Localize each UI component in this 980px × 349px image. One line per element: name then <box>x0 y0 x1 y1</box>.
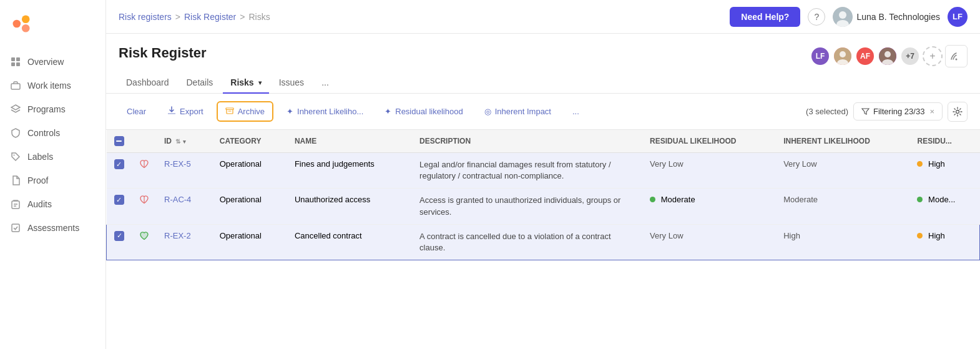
export-button[interactable]: Export <box>159 102 212 121</box>
row2-checkbox[interactable] <box>114 195 124 205</box>
filter-button[interactable]: Filtering 23/33 × <box>853 102 943 120</box>
help-icon[interactable]: ? <box>808 8 825 26</box>
row3-fav-cell[interactable] <box>132 224 157 260</box>
row3-category: Operational <box>212 224 287 260</box>
avatar-lf[interactable]: LF <box>810 46 830 66</box>
sidebar-item-work-items-label: Work items <box>27 81 71 91</box>
breadcrumb-sep1: > <box>175 12 180 22</box>
row1-residual-impact: High <box>909 153 979 189</box>
svg-rect-9 <box>12 201 19 209</box>
tab-dashboard[interactable]: Dashboard <box>119 72 177 94</box>
row2-id[interactable]: R-AC-4 <box>157 189 212 224</box>
tab-details[interactable]: Details <box>179 72 221 94</box>
user-initial[interactable]: LF <box>948 7 968 27</box>
inherent-impact-button[interactable]: ◎ Inherent Impact <box>476 102 559 120</box>
header-checkbox[interactable] <box>114 136 124 146</box>
sidebar-item-overview[interactable]: Overview <box>0 50 105 74</box>
table-row: R-EX-5 Operational Fines and judgements … <box>107 153 980 189</box>
clipboard-icon <box>10 199 21 210</box>
sidebar-item-assessments[interactable]: Assessments <box>0 216 105 240</box>
svg-point-15 <box>840 51 846 57</box>
heart-green-icon <box>139 233 149 243</box>
avatar-photo2[interactable] <box>878 46 898 66</box>
tab-risks[interactable]: Risks ▾ <box>223 72 268 94</box>
risk-table: ID ⇅ ▾ CATEGORY NAME DESCRIPTION RESIDUA… <box>106 130 980 349</box>
sidebar-item-controls[interactable]: Controls <box>0 121 105 145</box>
avatar-more[interactable]: +7 <box>900 46 920 66</box>
svg-point-0 <box>13 20 21 28</box>
table-row: R-AC-4 Operational Unauthorized access A… <box>107 189 980 224</box>
row1-fav-cell[interactable] <box>132 153 157 189</box>
row2-fav-cell[interactable] <box>132 189 157 224</box>
row2-checkbox-cell[interactable] <box>107 189 132 224</box>
chevron-down-icon: ▾ <box>258 79 262 86</box>
svg-rect-7 <box>11 84 20 89</box>
col-header-checkbox[interactable] <box>107 130 132 153</box>
sidebar-item-audits[interactable]: Audits <box>0 192 105 216</box>
topbar: Risk registers > Risk Register > Risks N… <box>106 0 980 34</box>
sidebar-item-work-items[interactable]: Work items <box>0 74 105 97</box>
signal-button[interactable] <box>945 45 968 67</box>
svg-point-1 <box>22 16 30 24</box>
app-logo <box>0 6 105 50</box>
tab-issues[interactable]: Issues <box>272 72 311 94</box>
sidebar-item-audits-label: Audits <box>27 199 52 209</box>
sidebar-item-labels[interactable]: Labels <box>0 145 105 169</box>
row2-residual-impact: Mode... <box>909 189 979 224</box>
settings-button[interactable] <box>948 102 968 122</box>
breadcrumb-risk-register[interactable]: Risk Register <box>184 12 236 22</box>
topbar-actions: Need Help? ? Luna B. Technologies LF <box>730 7 968 27</box>
tabs: Dashboard Details Risks ▾ Issues ... <box>106 67 980 94</box>
heart-broken-icon2 <box>139 197 149 207</box>
svg-point-22 <box>956 110 959 113</box>
tab-more[interactable]: ... <box>314 72 336 94</box>
row1-id[interactable]: R-EX-5 <box>157 153 212 189</box>
sidebar-item-proof[interactable]: Proof <box>0 169 105 192</box>
breadcrumb-risk-registers[interactable]: Risk registers <box>119 12 172 22</box>
row1-checkbox[interactable] <box>114 159 124 169</box>
avatar-af[interactable]: AF <box>855 46 875 66</box>
row1-description: Legal and/or financial damages result fr… <box>412 153 642 189</box>
sparkle-icon1: ✦ <box>287 107 293 116</box>
row1-name: Fines and judgements <box>287 153 412 189</box>
svg-rect-10 <box>12 224 19 232</box>
svg-point-2 <box>22 24 30 32</box>
file-icon <box>10 175 21 186</box>
row3-checkbox-cell[interactable] <box>107 224 132 260</box>
residual-likelihood-button[interactable]: ✦ Residual likelihood <box>376 102 471 120</box>
col-header-description[interactable]: DESCRIPTION <box>412 130 642 153</box>
sidebar-item-assessments-label: Assessments <box>27 223 79 233</box>
clear-button[interactable]: Clear <box>119 102 154 120</box>
col-header-residual-impact[interactable]: RESIDU... <box>909 130 979 153</box>
row2-impact-dot <box>917 197 923 202</box>
user-profile[interactable]: Luna B. Technologies <box>833 7 940 27</box>
toolbar: Clear Export Archive ✦ Inherent Likeliho… <box>106 94 980 130</box>
col-header-inherent-likelihood[interactable]: INHERENT LIKELIHOOD <box>776 130 909 153</box>
col-header-id[interactable]: ID ⇅ ▾ <box>157 130 212 153</box>
svg-rect-3 <box>11 57 15 61</box>
svg-rect-4 <box>16 57 20 61</box>
page-header: Risk Register LF AF +7 + <box>106 34 980 67</box>
row3-checkbox[interactable] <box>114 231 124 241</box>
sidebar-item-proof-label: Proof <box>27 175 48 185</box>
row3-id[interactable]: R-EX-2 <box>157 224 212 260</box>
avatar-add[interactable]: + <box>923 46 943 66</box>
export-label: Export <box>180 107 203 116</box>
help-button[interactable]: Need Help? <box>730 7 800 27</box>
inherent-likelihood-button[interactable]: ✦ Inherent Likeliho... <box>278 102 371 120</box>
col-header-name[interactable]: NAME <box>287 130 412 153</box>
inherent-impact-label: Inherent Impact <box>495 107 551 116</box>
download-icon <box>167 106 176 117</box>
avatar-photo1[interactable] <box>833 46 853 66</box>
sidebar-item-programs[interactable]: Programs <box>0 97 105 121</box>
more-button[interactable]: ... <box>564 102 587 120</box>
briefcase-icon <box>10 80 21 91</box>
svg-point-8 <box>14 155 15 156</box>
col-header-residual-likelihood[interactable]: RESIDUAL LIKELIHOOD <box>642 130 776 153</box>
row1-checkbox-cell[interactable] <box>107 153 132 189</box>
shield-icon <box>10 127 21 139</box>
filter-close-icon[interactable]: × <box>929 107 934 116</box>
col-header-category[interactable]: CATEGORY <box>212 130 287 153</box>
row2-inherent-likelihood: Moderate <box>776 189 909 224</box>
archive-button[interactable]: Archive <box>217 101 273 122</box>
